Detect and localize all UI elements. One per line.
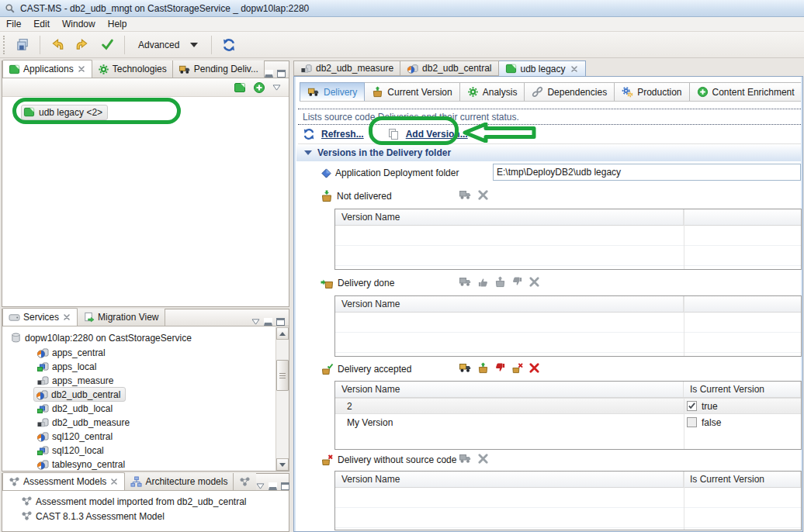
redo-button[interactable] [72, 35, 92, 55]
menu-window[interactable]: Window [56, 17, 102, 31]
column-is-current-version[interactable]: Is Current Version [684, 382, 801, 397]
assessment-model-icon [21, 510, 33, 522]
tree-item-apps-local[interactable]: apps_local [36, 359, 96, 374]
editor-tab-udb-legacy[interactable]: udb legacy [499, 60, 586, 76]
tree-item-apps-measure[interactable]: apps_measure [36, 373, 113, 388]
maximize-icon[interactable] [281, 482, 289, 490]
tab-applications[interactable]: Applications [2, 60, 92, 78]
close-icon[interactable] [62, 313, 71, 322]
new-application-icon[interactable] [234, 81, 246, 94]
validate-button[interactable] [97, 35, 117, 55]
tab-current-version[interactable]: Current Version [365, 82, 459, 102]
maximize-icon[interactable] [277, 70, 286, 78]
delivery-without-source-row: Delivery without source code [321, 452, 456, 468]
refresh-link[interactable]: Refresh... [321, 129, 364, 140]
table-row-my-version[interactable]: My Version false [335, 414, 801, 430]
table-body-empty[interactable] [335, 226, 801, 269]
deployment-folder-input[interactable] [493, 164, 801, 181]
editor-tab-db2-udb-central[interactable]: db2_udb_central [400, 60, 498, 76]
save-all-button[interactable] [12, 35, 33, 55]
tree-item-server[interactable]: dopw10lap:2280 on CastStorageService [10, 330, 192, 345]
tab-dependencies[interactable]: Dependencies [525, 82, 615, 102]
reject-thumb-down-icon[interactable] [494, 362, 506, 374]
tab-architecture-models[interactable]: Architecture models [125, 473, 234, 490]
deliver-truck-icon[interactable] [459, 452, 472, 465]
tree-item-tablesyno-central[interactable]: tablesyno_central [36, 457, 125, 471]
tab-production[interactable]: Production [615, 82, 689, 102]
menu-help[interactable]: Help [102, 17, 133, 31]
is-current-checkbox-checked[interactable] [687, 401, 697, 411]
tab-services[interactable]: Services [2, 308, 78, 326]
menu-edit[interactable]: Edit [27, 17, 56, 31]
column-divider [684, 296, 684, 356]
refresh-button[interactable] [219, 35, 239, 55]
table-row-version-2[interactable]: 2 true [335, 398, 801, 414]
advanced-dropdown[interactable]: Advanced [132, 37, 204, 53]
scrollbar-thumb[interactable] [276, 360, 289, 391]
column-version-name[interactable]: Version Name [335, 382, 684, 397]
server-icon [9, 313, 20, 323]
tab-label: db2_udb_measure [316, 63, 393, 74]
menu-file[interactable]: File [0, 17, 27, 31]
deliver-truck-icon[interactable] [459, 361, 472, 374]
column-version-name[interactable]: Version Name [335, 209, 684, 225]
toolbar-drag-handle[interactable] [3, 36, 6, 54]
tree-item-apps-central[interactable]: apps_central [36, 345, 106, 360]
tree-item-db2-udb-central[interactable]: db2_udb_central [33, 387, 126, 402]
tab-delivery[interactable]: Delivery [300, 82, 365, 102]
add-icon[interactable] [253, 81, 265, 94]
tree-item-imported-model[interactable]: Assessment model imported from db2_udb_c… [21, 494, 246, 509]
delivery-truck-icon [178, 64, 191, 75]
deliver-truck-icon[interactable] [459, 275, 472, 288]
reject-thumb-down-icon[interactable] [511, 276, 523, 288]
minimize-icon[interactable] [269, 482, 277, 490]
box-up-arrow-icon [372, 86, 383, 98]
tab-content-enrichment[interactable]: Content Enrichment [690, 82, 801, 102]
box-remove-icon[interactable] [511, 362, 523, 374]
accept-thumb-up-icon[interactable] [477, 276, 489, 288]
tree-item-sql120-central[interactable]: sql120_central [36, 429, 113, 444]
view-menu-icon[interactable] [272, 85, 281, 91]
table-body-empty[interactable] [335, 313, 801, 356]
is-current-checkbox-unchecked[interactable] [687, 417, 697, 427]
section-versions-header[interactable]: Versions in the Delivery folder [296, 144, 801, 161]
delete-icon[interactable] [477, 453, 489, 465]
deploy-box-up-icon[interactable] [477, 362, 489, 374]
view-menu-icon[interactable] [251, 319, 260, 325]
application-green-icon [505, 63, 517, 74]
tab-overflow-model[interactable] [234, 473, 256, 490]
close-icon[interactable] [570, 64, 579, 74]
delete-icon[interactable] [477, 189, 489, 201]
deploy-box-up-icon[interactable] [494, 276, 506, 288]
scroll-down-button[interactable] [276, 458, 289, 471]
close-icon[interactable] [109, 477, 119, 486]
tab-analysis[interactable]: Analysis [460, 82, 525, 102]
title-bar[interactable]: CAST-MS - db2_udb_mngt on CastStorageSer… [0, 0, 804, 17]
minimize-icon[interactable] [264, 318, 272, 326]
delete-icon[interactable] [528, 276, 540, 288]
column-version-name[interactable]: Version Name [335, 472, 684, 487]
tab-migration-view[interactable]: Migration View [78, 309, 165, 326]
tab-label: Applications [23, 64, 74, 74]
editor-tab-db2-udb-measure[interactable]: db2_udb_measure [293, 60, 400, 76]
table-body-empty[interactable] [335, 488, 801, 530]
close-icon[interactable] [77, 64, 86, 74]
minimize-icon[interactable] [265, 70, 273, 78]
tab-assessment-models[interactable]: Assessment Models [2, 472, 125, 490]
tree-item-db2-udb-measure[interactable]: db2_udb_measure [36, 415, 130, 430]
delivery-without-source-actions [459, 451, 489, 466]
tab-pending-deliveries[interactable]: Pending Deliv... [173, 60, 265, 78]
view-menu-icon[interactable] [256, 483, 265, 489]
scroll-up-button[interactable] [276, 327, 289, 340]
tree-item-db2-udb-local[interactable]: db2_udb_local [36, 401, 113, 416]
tab-technologies[interactable]: Technologies [92, 60, 173, 78]
column-version-name[interactable]: Version Name [335, 296, 684, 312]
tree-item-cast-model[interactable]: CAST 8.1.3 Assessment Model [21, 509, 165, 523]
tree-item-sql120-local[interactable]: sql120_local [36, 443, 104, 458]
undo-button[interactable] [47, 35, 68, 55]
maximize-icon[interactable] [276, 318, 285, 326]
column-is-current-version[interactable]: Is Current Version [684, 472, 801, 487]
delete-red-icon[interactable] [528, 362, 540, 374]
services-scrollbar[interactable] [276, 327, 289, 471]
deliver-truck-icon[interactable] [459, 188, 472, 201]
